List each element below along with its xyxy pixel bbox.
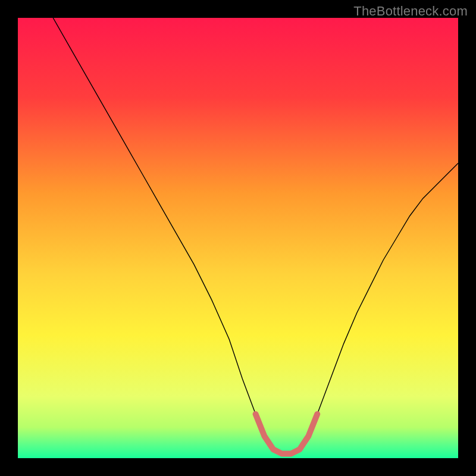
chart-svg <box>18 18 458 458</box>
plot-area <box>18 18 458 458</box>
watermark-label: TheBottleneck.com <box>353 4 468 19</box>
gradient-background <box>18 18 458 458</box>
chart-frame: TheBottleneck.com <box>0 0 476 476</box>
